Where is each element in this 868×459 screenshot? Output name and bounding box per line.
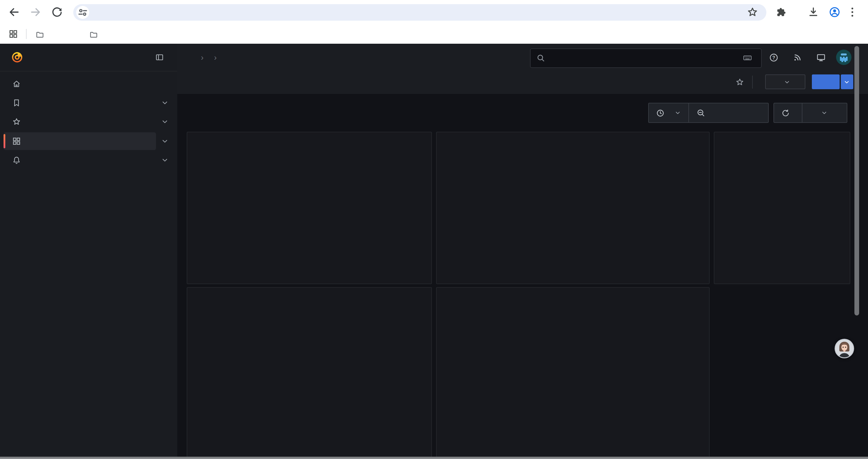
forward-icon[interactable] bbox=[30, 6, 42, 18]
time-range-picker[interactable] bbox=[649, 103, 688, 122]
sidebar-item-bookmarks[interactable] bbox=[4, 94, 156, 112]
reload-icon[interactable] bbox=[51, 6, 63, 18]
help-icon[interactable] bbox=[769, 53, 779, 63]
sidebar bbox=[0, 44, 178, 459]
screen: › › bbox=[0, 0, 868, 459]
monitor-icon[interactable] bbox=[816, 53, 826, 63]
favorite-star-icon[interactable] bbox=[735, 77, 745, 87]
bookmark-folder-blogs[interactable] bbox=[89, 28, 102, 40]
bell-icon bbox=[12, 155, 21, 165]
extensions-icon[interactable] bbox=[776, 6, 787, 18]
refresh-button[interactable] bbox=[774, 103, 802, 122]
search-input[interactable] bbox=[530, 48, 762, 68]
panel-total-requests-per-minute[interactable] bbox=[186, 132, 432, 285]
search-shortcut bbox=[743, 53, 755, 63]
star-icon bbox=[12, 117, 21, 126]
apps-icon bbox=[12, 136, 21, 145]
folder-icon bbox=[35, 30, 44, 39]
sidebar-header bbox=[0, 44, 177, 71]
news-rss-icon[interactable] bbox=[793, 53, 802, 63]
panel-requests-under-100ms[interactable] bbox=[436, 287, 710, 459]
panel-average-response-time[interactable] bbox=[186, 287, 432, 459]
downloads-icon[interactable] bbox=[807, 6, 819, 18]
refresh-interval-button[interactable] bbox=[802, 103, 847, 122]
sidebar-item-alerting[interactable] bbox=[4, 151, 156, 169]
breadcrumb-separator: › bbox=[201, 53, 204, 62]
dashboard-subheader bbox=[177, 71, 868, 95]
back-icon[interactable] bbox=[8, 6, 20, 18]
sidebar-item-dashboards[interactable] bbox=[4, 132, 156, 150]
panel-errors-per-second[interactable] bbox=[714, 132, 850, 285]
breadcrumb: › › bbox=[197, 53, 221, 62]
site-info-icon[interactable] bbox=[76, 6, 89, 19]
sidebar-item-starred[interactable] bbox=[4, 113, 156, 131]
app-header: › › bbox=[177, 44, 868, 71]
address-bar[interactable] bbox=[73, 4, 766, 21]
subheader-divider bbox=[752, 76, 753, 89]
browser-menu-icon[interactable] bbox=[846, 6, 859, 18]
time-controls bbox=[648, 103, 769, 123]
browser-toolbar bbox=[0, 0, 868, 25]
refresh-controls bbox=[773, 103, 847, 123]
clock-icon bbox=[656, 108, 665, 117]
chevron-down-icon bbox=[674, 109, 681, 117]
apps-grid-icon[interactable] bbox=[8, 29, 18, 39]
chevron-down-icon bbox=[783, 78, 790, 85]
page-scrollbar-thumb[interactable] bbox=[855, 46, 859, 316]
bookmark-folder-freeleaps[interactable] bbox=[35, 28, 48, 40]
breadcrumb-separator: › bbox=[214, 53, 217, 62]
chevron-down-icon[interactable] bbox=[161, 137, 169, 145]
assistant-avatar[interactable] bbox=[834, 338, 855, 359]
search-icon bbox=[536, 53, 546, 63]
zoom-out-button[interactable] bbox=[689, 103, 712, 122]
chevron-down-icon[interactable] bbox=[161, 156, 169, 164]
share-menu-button[interactable] bbox=[840, 74, 853, 89]
panel-request-per-minute[interactable] bbox=[436, 132, 710, 285]
chevron-down-icon[interactable] bbox=[161, 99, 169, 107]
export-button[interactable] bbox=[765, 74, 805, 89]
bookmark-star-icon[interactable] bbox=[746, 6, 759, 18]
grafana-logo-icon[interactable] bbox=[11, 51, 24, 64]
zoom-out-icon bbox=[696, 108, 705, 118]
folder-icon bbox=[89, 30, 98, 39]
refresh-icon bbox=[781, 108, 790, 117]
user-avatar[interactable] bbox=[836, 50, 851, 65]
bookmarks-separator bbox=[26, 29, 27, 39]
home-icon bbox=[12, 79, 21, 89]
keyboard-icon bbox=[743, 53, 752, 63]
window-bottom-edge bbox=[0, 456, 868, 459]
grafana-app: › › bbox=[0, 44, 868, 459]
bookmarks-bar bbox=[0, 25, 868, 44]
sidebar-item-home[interactable] bbox=[4, 75, 156, 93]
collapse-sidebar-icon[interactable] bbox=[155, 53, 164, 62]
chevron-down-icon[interactable] bbox=[161, 118, 169, 126]
chevron-down-icon bbox=[843, 78, 850, 85]
bookmark-icon bbox=[12, 98, 21, 107]
chevron-down-icon bbox=[821, 109, 828, 117]
dashboard-canvas bbox=[177, 94, 868, 459]
share-button[interactable] bbox=[812, 74, 840, 89]
profile-icon[interactable] bbox=[829, 6, 841, 18]
